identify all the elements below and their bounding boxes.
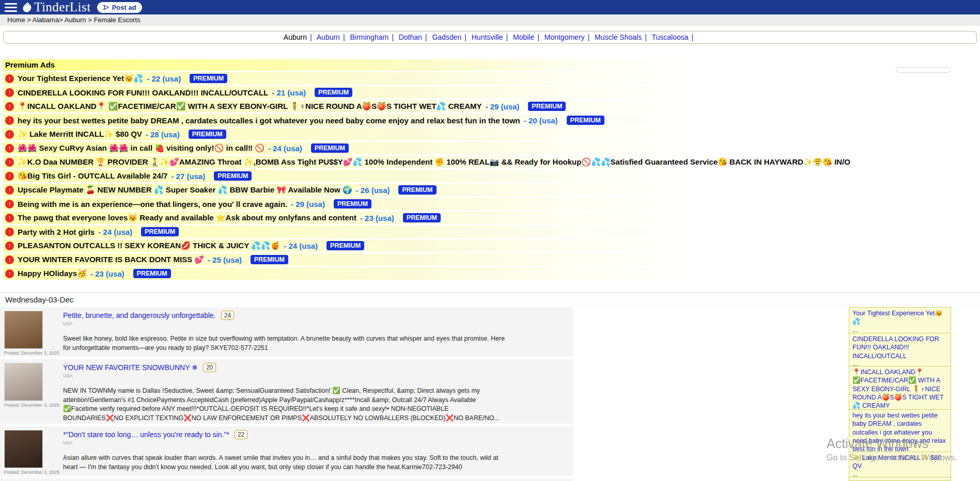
premium-ad-title[interactable]: PLEASANTON OUTCALLS !! SEXY KOREAN💋 THIC…	[18, 241, 280, 250]
premium-ad-age: - 29 (usa)	[291, 200, 325, 209]
premium-badge[interactable]: PREMIUM	[311, 143, 349, 153]
city-link[interactable]: Huntsville	[472, 33, 503, 41]
premium-ad-row[interactable]: 🌺🌺 Sexy CuRvy Asian 🌺🌺 in call 🍓 visitin…	[3, 142, 853, 154]
breadcrumb-link[interactable]: Female Escorts	[94, 16, 140, 24]
premium-badge[interactable]: PREMIUM	[315, 88, 352, 97]
breadcrumb-separator: >	[59, 16, 63, 24]
premium-ad-row[interactable]: ✨K.O Daa NUMBER 🏆 PROVIDER 🧎✨💕AMAZING Th…	[3, 156, 853, 168]
listing-title-link[interactable]: Petite, brunette, and dangerously unforg…	[63, 311, 216, 319]
premium-ad-row[interactable]: PLEASANTON OUTCALLS !! SEXY KOREAN💋 THIC…	[3, 239, 853, 252]
city-separator: |	[464, 33, 466, 41]
city-link[interactable]: Montgomery	[545, 33, 585, 41]
premium-ad-age: - 28 (usa)	[146, 130, 180, 139]
listing-photo[interactable]	[4, 363, 43, 401]
sidebar-ad-box[interactable]: Your Tightest Experience Yet😼💦 ...	[849, 307, 951, 335]
listing-photo[interactable]	[4, 430, 43, 468]
breadcrumb-separator: >	[25, 16, 31, 24]
premium-ad-row[interactable]: 😘Big Tits Girl - OUTCALL Available 24/7 …	[3, 170, 853, 182]
premium-badge[interactable]: PREMIUM	[567, 116, 604, 125]
ad-placeholder-box	[896, 67, 951, 73]
premium-ad-title[interactable]: YOUR WINTER FAVORITE IS BACK DONT MISS 💕	[18, 255, 204, 264]
premium-badge[interactable]: PREMIUM	[528, 102, 566, 111]
premium-ad-row[interactable]: hey its your best wettes petite baby DRE…	[3, 114, 853, 126]
date-header: Wednesday-03-Dec	[0, 293, 980, 307]
premium-ad-title[interactable]: The pawg that everyone loves😼 Ready and …	[18, 213, 356, 222]
premium-badge[interactable]: PREMIUM	[141, 227, 179, 236]
listing-row: Posted: December 3, 2025 *"Don't stare t…	[0, 426, 573, 476]
breadcrumb-link[interactable]: Auburn	[65, 16, 86, 24]
listing-description: Asian allure with curves that speak loud…	[63, 454, 507, 472]
premium-ad-title[interactable]: Party with 2 Hot girls	[18, 228, 95, 236]
premium-ad-row[interactable]: The pawg that everyone loves😼 Ready and …	[3, 212, 853, 224]
premium-ad-title[interactable]: Happy HOlidays🥳	[18, 269, 87, 278]
listing-title-link[interactable]: YOUR NEW FAVORITE SNOWBUNNY ❄	[63, 363, 198, 372]
premium-ad-title[interactable]: 🌺🌺 Sexy CuRvy Asian 🌺🌺 in call 🍓 visitin…	[18, 143, 265, 153]
premium-ad-title[interactable]: Being with me is an experience—one that …	[18, 200, 287, 209]
listing-row: Posted: December 3, 2025 YOUR NEW FAVORI…	[0, 359, 573, 424]
premium-ad-row[interactable]: Party with 2 Hot girls - 24 (usa) PREMIU…	[3, 226, 853, 238]
city-link[interactable]: Mobile	[513, 33, 534, 41]
city-separator: |	[392, 33, 394, 41]
premium-ad-row[interactable]: Your Tightest Experience Yet😼💦 - 22 (usa…	[3, 72, 853, 85]
premium-badge[interactable]: PREMIUM	[398, 185, 436, 195]
sidebar-ad-box[interactable]	[849, 477, 951, 481]
city-separator: |	[310, 33, 312, 41]
premium-badge[interactable]: PREMIUM	[251, 255, 288, 264]
city-separator: |	[506, 33, 508, 41]
premium-badge[interactable]: PREMIUM	[403, 213, 441, 222]
arrow-up-icon	[5, 102, 14, 111]
premium-ad-title[interactable]: 😘Big Tits Girl - OUTCALL Available 24/7	[18, 171, 167, 181]
premium-badge[interactable]: PREMIUM	[334, 199, 371, 209]
city-link[interactable]: Birmingham	[350, 33, 388, 41]
sidebar-ad-box[interactable]: CINDERELLA LOOKING FOR FUN!!! OAKLAND!!!…	[849, 333, 951, 370]
sidebar-ad-text[interactable]: Your Tightest Experience Yet😼💦	[852, 309, 947, 326]
premium-badge[interactable]: PREMIUM	[133, 269, 171, 278]
premium-ad-row[interactable]: CINDERELLA LOOKING FOR FUN!!! OAKLAND!!!…	[3, 86, 853, 99]
premium-ad-row[interactable]: 📍INCALL OAKLAND📍 ✅FACETIME/CAR✅ WITH A S…	[3, 100, 853, 113]
listing-location: USA	[63, 373, 568, 378]
premium-ad-title[interactable]: Your Tightest Experience Yet😼💦	[18, 74, 143, 83]
sidebar-ad-text[interactable]: ✨ Lake Merritt INCALL✨ $80 QV	[852, 454, 947, 471]
city-link[interactable]: Muscle Shoals	[595, 33, 642, 41]
premium-ad-row[interactable]: Being with me is an experience—one that …	[3, 198, 853, 210]
city-separator: |	[537, 33, 539, 41]
listing-photo[interactable]	[4, 311, 43, 349]
premium-ad-title[interactable]: ✨K.O Daa NUMBER 🏆 PROVIDER 🧎✨💕AMAZING Th…	[18, 157, 850, 167]
premium-badge[interactable]: PREMIUM	[190, 74, 227, 83]
city-link[interactable]: Dothan	[399, 33, 422, 41]
listing-age-badge: 20	[203, 363, 216, 372]
post-ad-label: Post ad	[112, 4, 136, 11]
premium-ad-title[interactable]: ✨ Lake Merritt INCALL✨ $80 QV	[18, 130, 142, 139]
premium-ad-age: - 24 (usa)	[98, 228, 132, 236]
premium-badge[interactable]: PREMIUM	[326, 241, 364, 250]
premium-ad-title[interactable]: hey its your best wettes petite baby DRE…	[18, 116, 520, 125]
breadcrumb-link[interactable]: Alabama	[33, 16, 59, 24]
premium-ad-row[interactable]: Happy HOlidays🥳 - 23 (usa) PREMIUM	[3, 267, 853, 280]
premium-ad-title[interactable]: 📍INCALL OAKLAND📍 ✅FACETIME/CAR✅ WITH A S…	[18, 102, 482, 111]
arrow-up-icon	[5, 242, 14, 250]
premium-ad-row[interactable]: ✨ Lake Merritt INCALL✨ $80 QV - 28 (usa)…	[3, 128, 853, 140]
city-link[interactable]: Tuscaloosa	[651, 33, 688, 41]
premium-ad-age: - 29 (usa)	[486, 102, 520, 111]
city-link[interactable]: Gadsden	[432, 33, 461, 41]
city-link[interactable]: Auburn	[284, 33, 307, 41]
site-logo[interactable]: TinderList	[23, 0, 91, 14]
breadcrumb-link[interactable]: Home	[7, 16, 25, 24]
premium-ad-title[interactable]: Upscale Playmate 🍒 NEW NUMBER 💦 Super So…	[18, 185, 352, 195]
premium-ad-row[interactable]: Upscale Playmate 🍒 NEW NUMBER 💦 Super So…	[3, 184, 853, 196]
post-ad-button[interactable]: Post ad	[97, 2, 142, 13]
sidebar-ad-text[interactable]: hey its your best wettes petite baby DRE…	[852, 411, 947, 453]
sidebar-ad-box[interactable]: ✨ Lake Merritt INCALL✨ $80 QV ...	[849, 452, 951, 480]
premium-ad-row[interactable]: YOUR WINTER FAVORITE IS BACK DONT MISS 💕…	[3, 253, 853, 266]
listing-location: USA	[63, 321, 568, 326]
arrow-up-icon	[5, 144, 14, 153]
city-link[interactable]: Auburn	[317, 33, 340, 41]
city-separator: |	[343, 33, 345, 41]
premium-badge[interactable]: PREMIUM	[214, 171, 252, 181]
sidebar-ad-text[interactable]: 📍INCALL OAKLAND📍 ✅FACETIME/CAR✅ WITH A S…	[852, 368, 947, 410]
premium-ad-title[interactable]: CINDERELLA LOOKING FOR FUN!!! OAKLAND!!!…	[18, 88, 268, 97]
sidebar-ad-text[interactable]: CINDERELLA LOOKING FOR FUN!!! OAKLAND!!!…	[852, 335, 947, 360]
listing-title-link[interactable]: *"Don't stare too long… unless you're re…	[63, 430, 229, 439]
premium-badge[interactable]: PREMIUM	[189, 130, 226, 139]
hamburger-menu-icon[interactable]	[5, 3, 17, 12]
